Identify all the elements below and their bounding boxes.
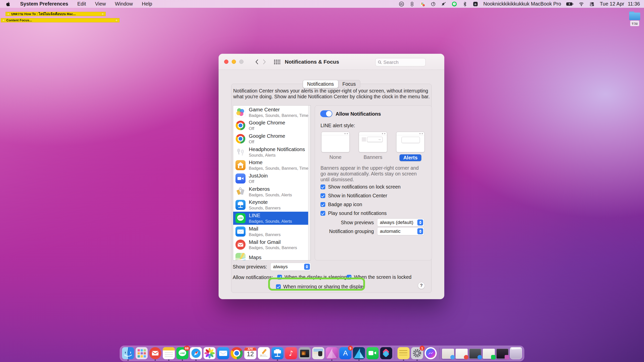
dock-minimized-window-4[interactable] xyxy=(483,347,495,360)
app-list[interactable]: Game CenterBadges, Sounds, Banners, Time… xyxy=(233,105,311,260)
dock-trash[interactable] xyxy=(510,347,522,360)
dock-notes[interactable] xyxy=(163,347,175,360)
desktop-folder[interactable]: รวม xyxy=(626,12,643,26)
dock-messenger[interactable] xyxy=(425,347,437,360)
menu-help[interactable]: Help xyxy=(142,1,152,7)
dock-facetime[interactable] xyxy=(367,347,379,360)
bluetooth-icon[interactable] xyxy=(462,1,468,7)
checkbox-checked-icon[interactable] xyxy=(277,275,282,280)
dock-minimized-window-1[interactable] xyxy=(442,347,454,360)
dock-system-preferences[interactable]: 1 xyxy=(411,347,423,360)
app-row-line-selected[interactable]: LINE LINEBadges, Sounds, Alerts xyxy=(233,212,310,225)
dock-music[interactable] xyxy=(285,347,297,360)
checkbox-checked-icon[interactable] xyxy=(320,193,325,198)
dock-stickies[interactable] xyxy=(397,347,410,360)
sticky-widget-icon[interactable] xyxy=(101,13,104,15)
option-display-sleeping[interactable]: When the display is sleeping xyxy=(277,274,347,280)
dock-shortcuts[interactable] xyxy=(380,347,392,360)
menu-edit[interactable]: Edit xyxy=(77,1,86,7)
notification-grouping-dropdown[interactable]: automatic xyxy=(377,227,424,235)
dock-affinity-designer[interactable] xyxy=(353,347,365,360)
dock-image-capture[interactable] xyxy=(299,347,311,360)
app-row-mail-for-gmail[interactable]: Mail for GmailBadges, Sounds, Banners xyxy=(233,238,310,251)
control-center-icon[interactable] xyxy=(589,1,595,7)
help-button[interactable]: ? xyxy=(418,282,425,289)
dock-minimized-window-5[interactable] xyxy=(496,347,508,360)
sticky-note-collapsed-2[interactable]: Content Focus... xyxy=(1,18,119,22)
sticky-collapse-box-icon[interactable] xyxy=(7,13,10,15)
dock-mail[interactable] xyxy=(217,347,229,360)
alert-style-banners-preview[interactable] xyxy=(359,132,387,152)
dock-pages[interactable] xyxy=(258,347,270,360)
checkbox-checked-icon[interactable] xyxy=(320,211,325,216)
dock-chrome[interactable] xyxy=(231,347,243,360)
dock-calendar[interactable]: APR 12 xyxy=(244,347,256,360)
battery-charging-icon[interactable] xyxy=(566,1,574,7)
window-titlebar[interactable]: Notifications & Focus xyxy=(219,54,444,70)
checkbox-checked-icon[interactable] xyxy=(347,275,351,280)
app-row-justjoin[interactable]: JustJoinOff xyxy=(233,172,310,185)
option-mirroring-display[interactable]: When mirroring or sharing the display xyxy=(276,284,365,290)
dock-minimized-window-2[interactable] xyxy=(456,347,468,360)
app-row-kerberos[interactable]: KerberosBadges, Sounds, Alerts xyxy=(233,185,310,198)
alert-style-none-label[interactable]: None xyxy=(321,154,350,160)
app-row-headphone-notifications[interactable]: Headphone NotificationsSounds, Alerts xyxy=(233,145,310,159)
menubar-app-name[interactable]: System Preferences xyxy=(20,1,68,7)
app-row-maps[interactable]: Maps xyxy=(233,251,310,260)
dock-photo-app[interactable] xyxy=(312,347,324,360)
app-row-keynote[interactable]: KeynoteSounds, Banners xyxy=(233,198,310,212)
device-name[interactable]: Nooknickkikikkukkuk MacBook Pro xyxy=(483,1,561,7)
creative-cloud-icon[interactable] xyxy=(399,1,404,7)
dock-minimized-window-3[interactable] xyxy=(469,347,481,360)
search-field[interactable] xyxy=(375,58,426,66)
dock-affinity-photo[interactable] xyxy=(326,347,338,360)
menu-window[interactable]: Window xyxy=(115,1,133,7)
line-status-icon[interactable]: LINE xyxy=(452,1,457,7)
minimize-button[interactable] xyxy=(232,60,236,64)
app-row-google-chrome[interactable]: Google ChromeOff xyxy=(233,119,310,132)
close-button[interactable] xyxy=(224,60,228,64)
allow-notifications-toggle[interactable] xyxy=(320,110,332,117)
dock-keynote[interactable] xyxy=(271,347,284,360)
color-app-alert-icon[interactable] xyxy=(420,1,425,7)
checkbox-row-badge-app-icon[interactable]: Badge app icon xyxy=(320,202,362,207)
sticky-collapse-box-icon[interactable] xyxy=(2,19,5,22)
checkbox-row-play-sound[interactable]: Play sound for notifications xyxy=(320,210,387,216)
wifi-icon[interactable] xyxy=(579,1,584,7)
checkbox-checked-icon[interactable] xyxy=(276,284,281,289)
checkbox-row-notification-center[interactable]: Show in Notification Center xyxy=(320,193,387,199)
app-row-game-center[interactable]: Game CenterBadges, Sounds, Banners, Time… xyxy=(233,106,310,119)
alert-style-alerts-label-selected[interactable]: Alerts xyxy=(396,154,425,161)
menu-view[interactable]: View xyxy=(95,1,106,7)
show-all-grid-icon[interactable] xyxy=(274,59,280,64)
menubar-clock[interactable]: Tue 12 Apr 11:36 xyxy=(600,1,640,7)
checkbox-checked-icon[interactable] xyxy=(320,185,325,189)
dock-safari[interactable] xyxy=(190,347,202,360)
apple-menu-icon[interactable] xyxy=(6,1,11,7)
alert-style-alerts-preview[interactable] xyxy=(396,132,425,152)
checkbox-checked-icon[interactable] xyxy=(320,202,325,207)
app-row-mail[interactable]: MailBadges, Banners xyxy=(233,225,310,238)
bottom-show-previews-dropdown[interactable]: always xyxy=(270,263,311,271)
spiral-icon[interactable] xyxy=(430,1,436,7)
alert-style-banners-label[interactable]: Banners xyxy=(359,154,387,160)
dock-launchpad[interactable] xyxy=(136,347,148,360)
alert-style-none-preview[interactable] xyxy=(321,132,350,152)
tab-notifications[interactable]: Notifications xyxy=(303,80,338,88)
show-previews-dropdown[interactable]: always (default) xyxy=(377,218,424,227)
sticky-widget-icon[interactable] xyxy=(115,19,118,22)
sticky-note-collapsed-1[interactable]: บทความ How To : ไลน์ไม่แจ้งเตือนบน Mac..… xyxy=(6,12,106,16)
list-scrollbar[interactable] xyxy=(308,106,310,260)
dock-photos[interactable] xyxy=(204,347,216,360)
dock-finder[interactable] xyxy=(122,347,134,360)
dock-app-store[interactable]: 5 xyxy=(339,347,351,360)
tab-focus[interactable]: Focus xyxy=(338,80,360,88)
notion-icon[interactable]: n xyxy=(473,1,478,7)
back-button[interactable] xyxy=(253,58,261,66)
app-row-home[interactable]: HomeBadges, Sounds, Banners, Time... xyxy=(233,159,310,172)
app-row-google-chrome-2[interactable]: Google ChromeOff xyxy=(233,132,310,145)
search-input[interactable] xyxy=(383,60,421,65)
loop-shape-icon[interactable] xyxy=(409,1,415,7)
dock-gmail[interactable] xyxy=(149,347,161,360)
checkbox-row-lock-screen[interactable]: Show notifications on lock screen xyxy=(320,184,400,190)
